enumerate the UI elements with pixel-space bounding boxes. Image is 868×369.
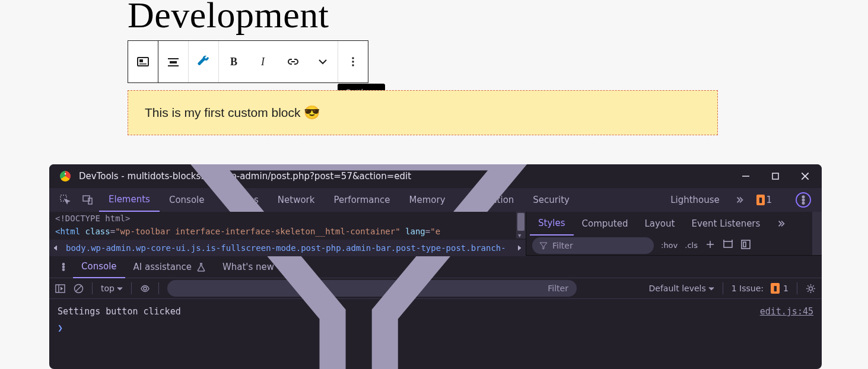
svg-rect-34 <box>56 285 65 292</box>
breadcrumb-right[interactable] <box>513 240 526 256</box>
more-tabs-button[interactable] <box>729 188 751 212</box>
block-type-icon <box>136 55 150 69</box>
svg-text:I: I <box>260 56 265 68</box>
emoji-cool-icon: 😎 <box>304 105 320 120</box>
svg-point-31 <box>63 269 65 271</box>
svg-line-37 <box>76 285 82 291</box>
warning-icon: ▮ <box>756 195 765 205</box>
svg-point-10 <box>352 64 354 66</box>
issues-badge[interactable]: ▮1 <box>751 188 778 212</box>
clear-console-button[interactable] <box>74 284 84 294</box>
cls-toggle[interactable]: .cls <box>685 241 698 250</box>
svg-point-38 <box>144 287 147 290</box>
svg-rect-12 <box>772 173 778 179</box>
svg-point-21 <box>803 202 805 204</box>
code-html-tag[interactable]: <html class="wp-toolbar interface-interf… <box>49 225 526 238</box>
page-title[interactable]: Development <box>128 0 718 36</box>
block-type-button[interactable] <box>128 41 158 82</box>
svg-point-8 <box>352 57 354 59</box>
tab-elements[interactable]: Elements <box>99 188 160 212</box>
italic-button[interactable]: I <box>249 41 278 82</box>
more-menu-button[interactable] <box>790 188 817 212</box>
wrench-icon <box>196 55 211 69</box>
styles-filter-input[interactable]: Filter <box>532 237 654 254</box>
styles-more-tabs[interactable] <box>768 212 794 236</box>
svg-point-20 <box>803 199 805 201</box>
svg-rect-24 <box>724 241 732 247</box>
breadcrumb[interactable]: body.wp-admin.wp-core-ui.js.is-fullscree… <box>62 243 513 253</box>
svg-point-29 <box>63 263 65 265</box>
log-source-link[interactable]: edit.js:45 <box>760 306 813 317</box>
console-settings-button[interactable] <box>806 284 816 294</box>
maximize-button[interactable] <box>770 170 781 182</box>
more-vertical-icon <box>346 55 360 69</box>
tab-lighthouse[interactable]: Lighthouse <box>661 188 729 212</box>
new-style-button[interactable] <box>705 239 716 252</box>
log-message: Settings button clicked <box>58 306 760 317</box>
tab-event-listeners[interactable]: Event Listeners <box>683 212 768 236</box>
svg-rect-3 <box>168 58 179 59</box>
link-button[interactable] <box>278 41 308 82</box>
tab-computed[interactable]: Computed <box>574 212 637 236</box>
close-button[interactable] <box>799 170 811 182</box>
elements-panel[interactable]: <!DOCTYPE html> <html class="wp-toolbar … <box>49 212 526 255</box>
minimize-button[interactable] <box>740 170 752 182</box>
context-selector[interactable]: top <box>101 284 123 294</box>
drawer-menu-button[interactable] <box>54 256 73 278</box>
devtools-window: DevTools - multidots-blocks.test/wp-admi… <box>49 164 822 369</box>
scrollbar[interactable]: ▲ ▼ <box>516 212 526 238</box>
align-icon <box>166 55 180 69</box>
align-button[interactable] <box>158 41 188 82</box>
hov-toggle[interactable]: :hov <box>661 241 678 250</box>
breadcrumb-row: body.wp-admin.wp-core-ui.js.is-fullscree… <box>49 240 526 256</box>
chevron-down-icon <box>316 55 330 69</box>
drawer-tab-console[interactable]: Console <box>73 256 125 278</box>
console-toolbar: top Filter Default levels 1 Issue: ▮1 <box>49 278 822 299</box>
styles-panel: Styles Computed Layout Event Listeners F… <box>526 212 812 255</box>
svg-rect-28 <box>743 242 746 247</box>
settings-gear-button[interactable] <box>778 188 790 212</box>
filter-icon <box>176 164 542 369</box>
drawer-close-button[interactable] <box>807 262 817 272</box>
svg-rect-4 <box>170 61 177 63</box>
settings-button[interactable] <box>189 41 218 82</box>
log-levels-selector[interactable]: Default levels <box>649 284 714 294</box>
svg-rect-1 <box>139 59 143 62</box>
console-filter-input[interactable]: Filter <box>167 280 577 297</box>
code-doctype[interactable]: <!DOCTYPE html> <box>49 212 526 225</box>
svg-point-19 <box>803 196 805 198</box>
bold-icon: B <box>227 55 241 69</box>
scrollbar[interactable] <box>812 212 822 255</box>
more-rich-text-button[interactable] <box>308 41 338 82</box>
breadcrumb-left[interactable] <box>49 240 62 256</box>
svg-rect-5 <box>168 65 179 66</box>
flexbox-overlay-button[interactable] <box>723 239 733 252</box>
svg-point-9 <box>352 61 354 62</box>
issues-link[interactable]: 1 Issue: ▮1 <box>732 283 788 294</box>
block-text: This is my first custom block <box>145 106 304 119</box>
block-toolbar: B I <box>128 40 368 83</box>
link-icon <box>286 55 300 69</box>
italic-icon: I <box>256 55 271 69</box>
chrome-icon <box>60 171 71 182</box>
device-toggle-button[interactable] <box>77 188 99 212</box>
inspect-button[interactable] <box>54 188 77 212</box>
svg-point-39 <box>809 287 813 290</box>
custom-block[interactable]: This is my first custom block 😎 <box>128 90 718 135</box>
toggle-sidebar-button[interactable] <box>55 284 65 294</box>
svg-point-30 <box>63 266 65 268</box>
computed-toggle-button[interactable] <box>740 239 751 252</box>
warning-icon: ▮ <box>771 283 780 294</box>
svg-text:B: B <box>230 56 237 68</box>
svg-rect-2 <box>139 63 147 65</box>
options-button[interactable] <box>338 41 368 82</box>
live-expression-button[interactable] <box>140 284 150 294</box>
tab-layout[interactable]: Layout <box>636 212 683 236</box>
bold-button[interactable]: B <box>219 41 249 82</box>
